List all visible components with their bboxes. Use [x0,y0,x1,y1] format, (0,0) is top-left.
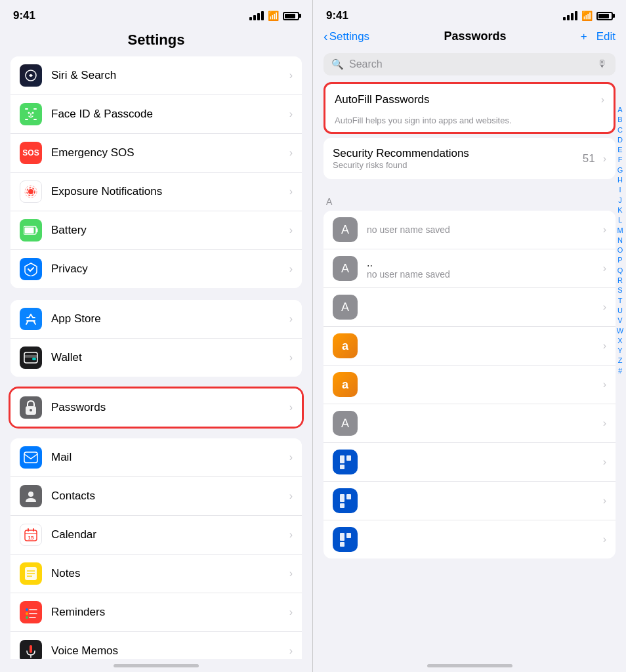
autofill-chevron-icon: › [601,94,604,106]
alpha-c[interactable]: C [616,125,625,135]
alpha-j[interactable]: J [616,196,625,205]
alpha-k[interactable]: K [616,205,625,215]
sidebar-item-passwords[interactable]: Passwords › [10,388,302,427]
alpha-hash[interactable]: # [616,366,625,375]
notes-icon [20,562,42,585]
sos-icon: SOS [20,142,42,164]
svg-rect-1 [25,108,28,110]
security-subtitle: Security risks found [333,160,583,170]
alpha-u[interactable]: U [616,306,625,315]
alpha-o[interactable]: O [616,245,625,255]
password-group: A no user name saved › A .. no user name… [323,211,616,558]
sidebar-item-voicememos[interactable]: Voice Memos › [10,632,302,659]
add-button[interactable]: + [581,30,587,43]
sidebar-item-notes[interactable]: Notes › [10,555,302,593]
back-chevron-icon: ‹ [323,29,328,44]
password-item[interactable]: › [323,520,616,558]
battery-chevron-icon: › [289,224,293,236]
sidebar-item-reminders[interactable]: Reminders › [10,593,302,632]
alpha-t[interactable]: T [616,296,625,305]
alpha-i[interactable]: I [616,185,625,194]
left-panel: 9:41 📶 Settings Siri & Search › [0,0,313,672]
password-item[interactable]: › [323,482,616,520]
left-home-indicator [0,659,312,672]
svg-rect-19 [24,452,37,463]
alpha-w[interactable]: W [616,326,625,335]
right-battery-icon [596,12,613,20]
sidebar-item-faceid[interactable]: Face ID & Passcode › [10,95,302,134]
pw-avatar-2: A [333,256,358,281]
autofill-item[interactable]: AutoFill Passwords › [325,84,614,116]
pw-chevron-4: › [603,340,606,352]
pw-avatar-trello-3 [333,527,358,552]
pw-chevron-2: › [603,262,606,274]
right-wifi-icon: 📶 [581,10,593,21]
alpha-n[interactable]: N [616,236,625,245]
alpha-b[interactable]: B [616,115,625,124]
alpha-h[interactable]: H [616,175,625,184]
sidebar-item-siri[interactable]: Siri & Search › [10,56,302,95]
svg-rect-12 [36,228,38,232]
right-content: AutoFill Passwords › AutoFill helps you … [313,82,626,659]
right-status-bar: 9:41 📶 [313,0,626,26]
svg-rect-4 [33,119,37,120]
appstore-icon [20,308,42,330]
sidebar-item-privacy[interactable]: Privacy › [10,250,302,288]
pw-avatar-3: A [333,295,358,320]
password-item[interactable]: a › [323,366,616,404]
microphone-icon: 🎙 [597,58,608,70]
alpha-x[interactable]: X [616,336,625,345]
sidebar-item-exposure[interactable]: Exposure Notifications › [10,173,302,211]
alpha-g[interactable]: G [616,165,625,175]
alpha-z[interactable]: Z [616,356,625,365]
alpha-s[interactable]: S [616,285,625,295]
autofill-label: AutoFill Passwords [335,93,597,106]
sidebar-item-battery[interactable]: Battery › [10,211,302,250]
alpha-y[interactable]: Y [616,346,625,355]
pw-avatar-amazon-2: a [333,372,358,397]
security-item[interactable]: Security Recommendations Security risks … [323,138,616,179]
sidebar-item-mail[interactable]: Mail › [10,438,302,477]
mail-chevron-icon: › [289,452,293,463]
pw-chevron-3: › [603,301,606,313]
voicememos-chevron-icon: › [289,645,293,657]
sidebar-item-sos[interactable]: SOS Emergency SOS › [10,134,302,173]
alpha-a[interactable]: A [616,105,625,114]
notes-label: Notes [51,567,285,580]
battery-icon [20,219,42,242]
privacy-chevron-icon: › [289,263,293,275]
appstore-label: App Store [51,312,285,326]
sidebar-item-contacts[interactable]: Contacts › [10,477,302,516]
password-item[interactable]: A no user name saved › [323,211,616,249]
alpha-e[interactable]: E [616,145,625,154]
back-button[interactable]: ‹ Settings [323,29,369,44]
alpha-d[interactable]: D [616,135,625,144]
svg-rect-13 [25,228,34,234]
pw-avatar-1: A [333,217,358,242]
password-item[interactable]: A › [323,288,616,327]
search-placeholder: Search [349,58,592,70]
sos-chevron-icon: › [289,147,293,159]
password-item[interactable]: a › [323,327,616,366]
wallet-label: Wallet [51,351,285,364]
alpha-v[interactable]: V [616,316,625,325]
alpha-l[interactable]: L [616,215,625,224]
alpha-q[interactable]: Q [616,266,625,275]
edit-button[interactable]: Edit [596,30,616,43]
alpha-f[interactable]: F [616,155,625,164]
alpha-m[interactable]: M [616,226,625,235]
pw-chevron-5: › [603,379,606,390]
svg-rect-23 [33,528,34,532]
sidebar-item-wallet[interactable]: Wallet › [10,339,302,377]
password-item[interactable]: A .. no user name saved › [323,249,616,288]
alpha-p[interactable]: P [616,255,625,264]
password-item[interactable]: A › [323,404,616,443]
sidebar-item-calendar[interactable]: 15 Calendar › [10,516,302,555]
svg-point-20 [28,492,33,497]
alpha-r[interactable]: R [616,276,625,285]
svg-text:a: a [342,378,349,391]
search-bar[interactable]: 🔍 Search 🎙 [323,53,616,75]
svg-point-8 [28,189,33,194]
sidebar-item-appstore[interactable]: App Store › [10,300,302,339]
password-item[interactable]: › [323,443,616,482]
